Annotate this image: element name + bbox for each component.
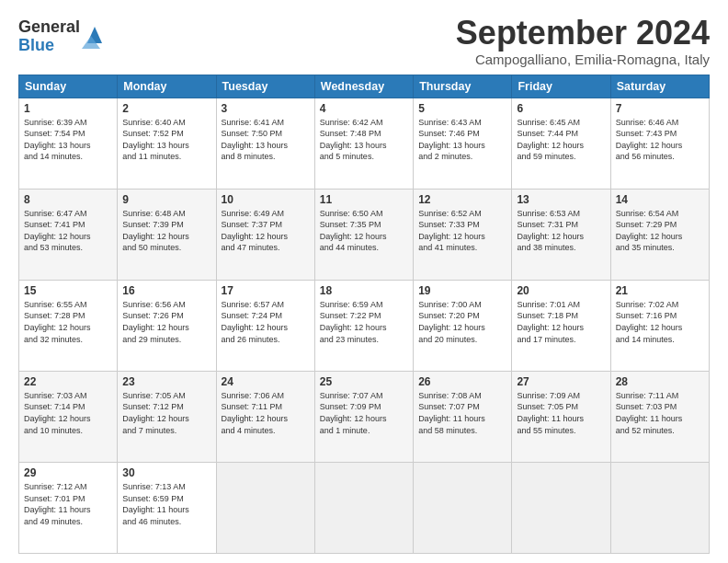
table-row: 30Sunrise: 7:13 AMSunset: 6:59 PMDayligh… — [118, 462, 216, 553]
day-info: Sunrise: 6:53 AMSunset: 7:31 PMDaylight:… — [517, 209, 584, 253]
day-number: 4 — [320, 102, 408, 115]
table-row: 22Sunrise: 7:03 AMSunset: 7:14 PMDayligh… — [19, 371, 118, 462]
table-row: 16Sunrise: 6:56 AMSunset: 7:26 PMDayligh… — [118, 280, 216, 371]
day-info: Sunrise: 6:56 AMSunset: 7:26 PMDaylight:… — [122, 300, 189, 344]
day-info: Sunrise: 6:48 AMSunset: 7:39 PMDaylight:… — [122, 209, 189, 253]
day-info: Sunrise: 6:52 AMSunset: 7:33 PMDaylight:… — [418, 209, 485, 253]
day-number: 25 — [320, 375, 408, 388]
day-info: Sunrise: 7:08 AMSunset: 7:07 PMDaylight:… — [418, 391, 485, 435]
table-row: 17Sunrise: 6:57 AMSunset: 7:24 PMDayligh… — [216, 280, 314, 371]
calendar-week-5: 29Sunrise: 7:12 AMSunset: 7:01 PMDayligh… — [19, 462, 710, 553]
table-row: 18Sunrise: 6:59 AMSunset: 7:22 PMDayligh… — [314, 280, 413, 371]
day-info: Sunrise: 6:57 AMSunset: 7:24 PMDaylight:… — [222, 300, 289, 344]
month-title: September 2024 — [456, 15, 710, 52]
day-number: 19 — [418, 284, 506, 297]
day-info: Sunrise: 7:06 AMSunset: 7:11 PMDaylight:… — [222, 391, 289, 435]
table-row — [314, 462, 413, 553]
table-row: 13Sunrise: 6:53 AMSunset: 7:31 PMDayligh… — [512, 189, 610, 280]
table-row: 25Sunrise: 7:07 AMSunset: 7:09 PMDayligh… — [314, 371, 413, 462]
day-number: 27 — [517, 375, 605, 388]
table-row: 29Sunrise: 7:12 AMSunset: 7:01 PMDayligh… — [19, 462, 118, 553]
day-info: Sunrise: 6:46 AMSunset: 7:43 PMDaylight:… — [616, 118, 683, 162]
day-number: 6 — [517, 102, 605, 115]
day-number: 30 — [122, 466, 210, 479]
table-row — [414, 462, 512, 553]
day-info: Sunrise: 6:43 AMSunset: 7:46 PMDaylight:… — [418, 118, 485, 162]
day-info: Sunrise: 6:55 AMSunset: 7:28 PMDaylight:… — [24, 300, 91, 344]
day-number: 2 — [122, 102, 210, 115]
day-number: 9 — [122, 193, 210, 206]
logo: General Blue — [18, 18, 108, 55]
table-row: 5Sunrise: 6:43 AMSunset: 7:46 PMDaylight… — [414, 98, 512, 189]
table-row: 26Sunrise: 7:08 AMSunset: 7:07 PMDayligh… — [414, 371, 512, 462]
table-row — [610, 462, 709, 553]
page-header: General Blue September 2024 Campogallian… — [18, 15, 710, 67]
day-info: Sunrise: 7:12 AMSunset: 7:01 PMDaylight:… — [24, 482, 91, 526]
day-info: Sunrise: 6:41 AMSunset: 7:50 PMDaylight:… — [222, 118, 289, 162]
table-row: 28Sunrise: 7:11 AMSunset: 7:03 PMDayligh… — [610, 371, 709, 462]
day-number: 10 — [222, 193, 310, 206]
col-monday: Monday — [118, 75, 216, 98]
day-info: Sunrise: 7:09 AMSunset: 7:05 PMDaylight:… — [517, 391, 584, 435]
day-info: Sunrise: 7:05 AMSunset: 7:12 PMDaylight:… — [122, 391, 189, 435]
day-info: Sunrise: 6:42 AMSunset: 7:48 PMDaylight:… — [320, 118, 387, 162]
day-info: Sunrise: 7:01 AMSunset: 7:18 PMDaylight:… — [517, 300, 584, 344]
day-info: Sunrise: 7:00 AMSunset: 7:20 PMDaylight:… — [418, 300, 485, 344]
table-row — [512, 462, 610, 553]
day-number: 18 — [320, 284, 408, 297]
day-number: 5 — [418, 102, 506, 115]
day-info: Sunrise: 7:11 AMSunset: 7:03 PMDaylight:… — [616, 391, 683, 435]
day-number: 26 — [418, 375, 506, 388]
table-row: 24Sunrise: 7:06 AMSunset: 7:11 PMDayligh… — [216, 371, 314, 462]
col-wednesday: Wednesday — [314, 75, 413, 98]
day-info: Sunrise: 7:13 AMSunset: 6:59 PMDaylight:… — [122, 482, 189, 526]
day-info: Sunrise: 6:40 AMSunset: 7:52 PMDaylight:… — [122, 118, 189, 162]
table-row: 9Sunrise: 6:48 AMSunset: 7:39 PMDaylight… — [118, 189, 216, 280]
day-number: 20 — [517, 284, 605, 297]
title-block: September 2024 Campogalliano, Emilia-Rom… — [456, 15, 710, 67]
table-row: 14Sunrise: 6:54 AMSunset: 7:29 PMDayligh… — [610, 189, 709, 280]
logo-blue: Blue — [18, 37, 80, 55]
day-number: 23 — [122, 375, 210, 388]
day-number: 8 — [24, 193, 112, 206]
table-row: 2Sunrise: 6:40 AMSunset: 7:52 PMDaylight… — [118, 98, 216, 189]
col-friday: Friday — [512, 75, 610, 98]
col-saturday: Saturday — [610, 75, 709, 98]
location: Campogalliano, Emilia-Romagna, Italy — [456, 52, 710, 67]
table-row: 20Sunrise: 7:01 AMSunset: 7:18 PMDayligh… — [512, 280, 610, 371]
day-info: Sunrise: 6:49 AMSunset: 7:37 PMDaylight:… — [222, 209, 289, 253]
table-row: 12Sunrise: 6:52 AMSunset: 7:33 PMDayligh… — [414, 189, 512, 280]
calendar-week-4: 22Sunrise: 7:03 AMSunset: 7:14 PMDayligh… — [19, 371, 710, 462]
day-number: 29 — [24, 466, 112, 479]
table-row — [216, 462, 314, 553]
day-info: Sunrise: 7:07 AMSunset: 7:09 PMDaylight:… — [320, 391, 387, 435]
col-thursday: Thursday — [414, 75, 512, 98]
calendar-week-1: 1Sunrise: 6:39 AMSunset: 7:54 PMDaylight… — [19, 98, 710, 189]
col-sunday: Sunday — [19, 75, 118, 98]
table-row: 6Sunrise: 6:45 AMSunset: 7:44 PMDaylight… — [512, 98, 610, 189]
table-row: 8Sunrise: 6:47 AMSunset: 7:41 PMDaylight… — [19, 189, 118, 280]
day-info: Sunrise: 7:02 AMSunset: 7:16 PMDaylight:… — [616, 300, 683, 344]
day-info: Sunrise: 6:50 AMSunset: 7:35 PMDaylight:… — [320, 209, 387, 253]
day-number: 11 — [320, 193, 408, 206]
table-row: 23Sunrise: 7:05 AMSunset: 7:12 PMDayligh… — [118, 371, 216, 462]
day-number: 17 — [222, 284, 310, 297]
calendar-table: Sunday Monday Tuesday Wednesday Thursday… — [18, 75, 710, 554]
col-tuesday: Tuesday — [216, 75, 314, 98]
day-info: Sunrise: 7:03 AMSunset: 7:14 PMDaylight:… — [24, 391, 91, 435]
day-number: 7 — [616, 102, 704, 115]
day-info: Sunrise: 6:59 AMSunset: 7:22 PMDaylight:… — [320, 300, 387, 344]
table-row: 3Sunrise: 6:41 AMSunset: 7:50 PMDaylight… — [216, 98, 314, 189]
day-number: 1 — [24, 102, 112, 115]
day-number: 16 — [122, 284, 210, 297]
calendar-week-2: 8Sunrise: 6:47 AMSunset: 7:41 PMDaylight… — [19, 189, 710, 280]
day-info: Sunrise: 6:54 AMSunset: 7:29 PMDaylight:… — [616, 209, 683, 253]
table-row: 10Sunrise: 6:49 AMSunset: 7:37 PMDayligh… — [216, 189, 314, 280]
table-row: 21Sunrise: 7:02 AMSunset: 7:16 PMDayligh… — [610, 280, 709, 371]
day-number: 13 — [517, 193, 605, 206]
calendar-week-3: 15Sunrise: 6:55 AMSunset: 7:28 PMDayligh… — [19, 280, 710, 371]
logo-general: General — [18, 18, 80, 37]
day-info: Sunrise: 6:39 AMSunset: 7:54 PMDaylight:… — [24, 118, 91, 162]
day-number: 24 — [222, 375, 310, 388]
day-number: 12 — [418, 193, 506, 206]
